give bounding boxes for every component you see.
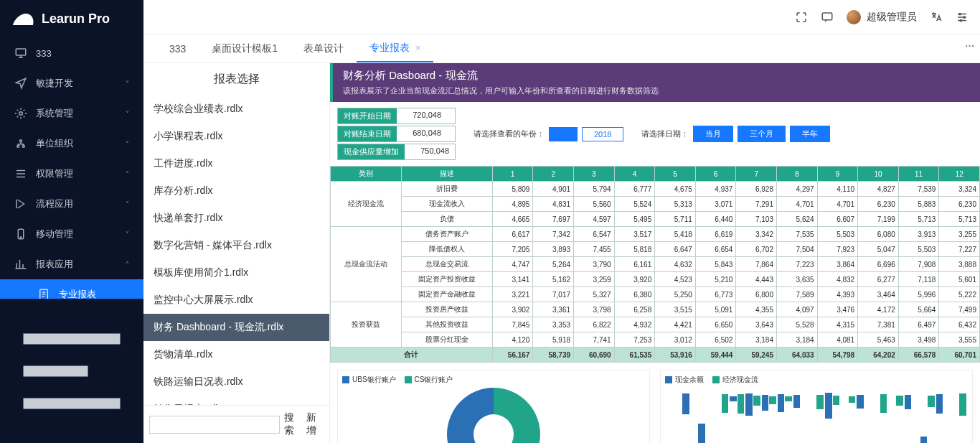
cell: 7,199 <box>858 212 899 227</box>
settings-icon[interactable] <box>956 11 969 24</box>
cell: 4,701 <box>817 197 858 212</box>
user-name: 超级管理员 <box>867 11 917 24</box>
user-menu[interactable]: 超级管理员 <box>847 10 917 24</box>
report-list-item[interactable]: 库存分析.rdlx <box>143 177 329 205</box>
cell: 6,617 <box>492 227 533 242</box>
sidebar-item-报表应用[interactable]: 报表应用˄ <box>0 249 143 279</box>
cell: 4,172 <box>858 302 899 317</box>
year-value[interactable]: 2018 <box>582 127 623 141</box>
sidebar-item-移动管理[interactable]: 移动管理˅ <box>0 219 143 249</box>
cell: 7,291 <box>736 197 777 212</box>
cell: 4,120 <box>492 332 533 348</box>
total-cell: 61,535 <box>614 348 655 363</box>
col-header: 9 <box>817 167 858 182</box>
report-list-item[interactable]: 小学课程表.rdlx <box>143 123 329 150</box>
sidebar-item-系统管理[interactable]: 系统管理˅ <box>0 98 143 129</box>
report-list-item[interactable]: 货物清单.rdlx <box>143 341 329 368</box>
cell: 7,342 <box>533 227 574 242</box>
cell: 3,902 <box>492 302 533 317</box>
report-list-item[interactable]: 销售日报表.rdlx <box>143 396 329 405</box>
cell: 5,918 <box>533 332 574 348</box>
search-button[interactable]: 搜索 <box>284 411 302 437</box>
cell: 4,675 <box>655 182 696 197</box>
sidebar-item-权限管理[interactable]: 权限管理˅ <box>0 159 143 189</box>
sidebar-item-单位组织[interactable]: 单位组织˅ <box>0 129 143 159</box>
add-button[interactable]: 新增 <box>306 411 324 437</box>
tab-label: 333 <box>169 43 186 55</box>
tab-专业报表[interactable]: 专业报表× <box>357 34 433 62</box>
collapse-icon <box>7 307 136 436</box>
report-search-input[interactable] <box>149 416 280 434</box>
cell: 4,443 <box>736 272 777 287</box>
sidebar-item-敏捷开发[interactable]: 敏捷开发˅ <box>0 68 143 98</box>
cell: 5,601 <box>939 272 980 287</box>
cell: 3,920 <box>614 272 655 287</box>
range-button[interactable]: 三个月 <box>738 126 786 142</box>
cell: 6,773 <box>695 287 736 302</box>
nav-label: 流程应用 <box>36 197 73 210</box>
nav-label: 专业报表 <box>59 288 96 299</box>
cell: 6,277 <box>858 272 899 287</box>
svg-point-1 <box>19 112 23 116</box>
sidebar-subitem-专业报表[interactable]: 专业报表 <box>0 279 143 299</box>
report-list-item[interactable]: 监控中心大屏展示.rdlx <box>143 286 329 314</box>
language-icon[interactable] <box>930 11 943 24</box>
cell: 6,380 <box>614 287 655 302</box>
logo-icon <box>13 14 36 25</box>
cell: 4,110 <box>817 182 858 197</box>
range-button[interactable]: 当月 <box>693 126 733 142</box>
kv-value: 720,048 <box>397 108 447 123</box>
tab-桌面设计模板1[interactable]: 桌面设计模板1 <box>199 34 291 62</box>
report-list-item[interactable]: 模板库使用简介1.rdlx <box>143 259 329 286</box>
cell: 5,524 <box>614 197 655 212</box>
tab-表单设计[interactable]: 表单设计 <box>291 34 357 62</box>
cell: 6,696 <box>858 257 899 272</box>
cell: 4,315 <box>817 317 858 332</box>
sidebar-collapse[interactable] <box>0 299 143 443</box>
year-prev[interactable] <box>549 127 578 141</box>
report-list-item[interactable]: 数字化营销 - 媒体平台.rdlx <box>143 232 329 259</box>
row-desc: 降低债权人 <box>401 242 492 257</box>
cell: 6,822 <box>574 317 615 332</box>
tabs-more-icon[interactable]: ⋯ <box>965 40 974 51</box>
report-list-item[interactable]: 铁路运输日况表.rdlx <box>143 368 329 396</box>
cell: 3,888 <box>939 257 980 272</box>
cell: 6,497 <box>898 317 939 332</box>
cell: 4,901 <box>533 182 574 197</box>
legend-swatch <box>712 376 720 383</box>
cell: 6,777 <box>614 182 655 197</box>
close-icon[interactable]: × <box>415 43 420 53</box>
tab-333[interactable]: 333 <box>156 34 199 62</box>
report-list-item[interactable]: 学校综合业绩表.rdlx <box>143 95 329 123</box>
svg-point-4 <box>20 140 22 142</box>
sidebar-item-流程应用[interactable]: 流程应用˅ <box>0 189 143 219</box>
cell: 5,162 <box>533 272 574 287</box>
svg-point-3 <box>22 145 24 147</box>
fullscreen-icon[interactable] <box>795 11 808 24</box>
report-list-item[interactable]: 快递单套打.rdlx <box>143 205 329 232</box>
chat-icon[interactable] <box>821 11 834 24</box>
range-button[interactable]: 半年 <box>790 126 830 142</box>
nav-label: 移动管理 <box>36 228 73 241</box>
svg-point-6 <box>20 237 22 238</box>
cell: 6,800 <box>736 287 777 302</box>
cell: 6,161 <box>614 257 655 272</box>
cell: 3,324 <box>939 182 980 197</box>
report-header: 财务分析 Dasboard - 现金流 该报表展示了企业当前现金流汇总情况，用户… <box>330 63 980 102</box>
cell: 5,418 <box>655 227 696 242</box>
pie-chart: UBS银行账户 CS银行账户 <box>337 370 650 443</box>
nav-label: 报表应用 <box>36 258 73 271</box>
cell: 3,259 <box>574 272 615 287</box>
cell: 3,515 <box>655 302 696 317</box>
cell: 7,864 <box>736 257 777 272</box>
table-row: 经济现金流折旧费5,8094,9015,7946,7774,6754,9376,… <box>331 182 980 197</box>
cell: 5,091 <box>695 302 736 317</box>
cell: 7,908 <box>898 257 939 272</box>
report-list-item[interactable]: 工件进度.rdlx <box>143 150 329 177</box>
sidebar-item-333[interactable]: 333 <box>0 38 143 68</box>
cell: 3,790 <box>574 257 615 272</box>
cell: 4,632 <box>655 257 696 272</box>
report-list-item[interactable]: 财务 Dashboard - 现金流.rdlx <box>143 314 329 341</box>
chevron-down-icon: ˅ <box>126 200 129 208</box>
data-table: 类别描述123456789101112经济现金流折旧费5,8094,9015,7… <box>330 166 980 363</box>
